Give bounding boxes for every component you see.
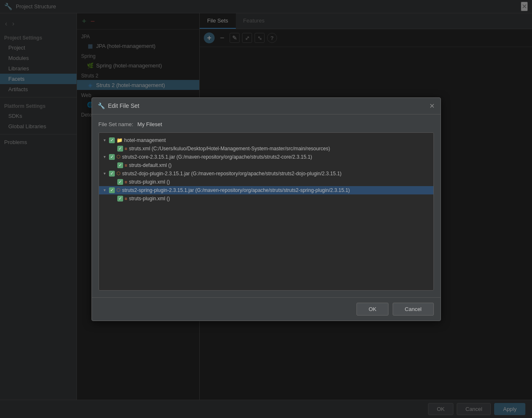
modal-ok-button[interactable]: OK	[356, 303, 388, 316]
tree-row[interactable]: ✓ ≡ struts-plugin.xml ()	[99, 178, 433, 186]
jar-icon: ⬡	[116, 154, 121, 159]
tree-row[interactable]: ✓ ≡ struts.xml (C:/Users/kuluo/Desktop/H…	[99, 144, 433, 153]
tree-row[interactable]: ✓ ≡ struts-plugin.xml ()	[99, 194, 433, 203]
tree-row[interactable]: ▾ ✓ 📁 hotel-management	[99, 136, 433, 144]
tree-item-label: struts-plugin.xml ()	[129, 196, 170, 202]
fileset-name-label: File Set name:	[99, 121, 134, 127]
chevron-icon: ▾	[102, 138, 107, 142]
tree-row-highlighted[interactable]: ▾ ✓ ⬡ struts2-spring-plugin-2.3.15.1.jar…	[99, 186, 433, 194]
tree-checkbox[interactable]: ✓	[117, 162, 123, 168]
modal-app-icon: 🔧	[98, 102, 105, 109]
tree-checkbox[interactable]: ✓	[117, 146, 123, 152]
tree-item-label: struts.xml (C:/Users/kuluo/Desktop/Hotel…	[129, 146, 330, 152]
tree-checkbox[interactable]: ✓	[109, 171, 115, 177]
modal-close-button[interactable]: ✕	[429, 102, 435, 110]
jar-icon: ⬡	[116, 187, 121, 193]
modal-body: File Set name: My Fileset ▾ ✓ 📁 hotel-ma…	[92, 114, 440, 297]
xml-icon: ≡	[125, 163, 127, 168]
tree-item-label: struts2-dojo-plugin-2.3.15.1.jar (G:/mav…	[122, 171, 342, 177]
tree-checkbox[interactable]: ✓	[117, 196, 123, 202]
tree-item-label: struts-plugin.xml ()	[129, 179, 170, 185]
tree-checkbox[interactable]: ✓	[109, 187, 115, 193]
xml-icon: ≡	[125, 179, 127, 184]
tree-checkbox[interactable]: ✓	[117, 179, 123, 185]
tree-row[interactable]: ▾ ✓ ⬡ struts2-core-2.3.15.1.jar (G:/mave…	[99, 153, 433, 161]
xml-icon: ≡	[125, 196, 127, 201]
tree-item-label: hotel-management	[124, 137, 166, 143]
modal-overlay: 🔧 Edit File Set ✕ File Set name: My File…	[0, 0, 532, 418]
fileset-name-row: File Set name: My Fileset	[99, 121, 434, 127]
modal-footer: OK Cancel	[92, 297, 440, 321]
modal-cancel-button[interactable]: Cancel	[393, 303, 433, 316]
chevron-icon: ▾	[102, 154, 107, 159]
edit-file-set-modal: 🔧 Edit File Set ✕ File Set name: My File…	[92, 97, 441, 321]
tree-item-label: struts-default.xml ()	[129, 162, 172, 168]
folder-icon: 📁	[116, 137, 123, 143]
file-tree[interactable]: ▾ ✓ 📁 hotel-management ✓ ≡ struts.xml (C…	[99, 132, 434, 291]
tree-checkbox[interactable]: ✓	[109, 154, 115, 160]
fileset-name-value: My Fileset	[137, 121, 162, 127]
modal-header: 🔧 Edit File Set ✕	[92, 98, 440, 114]
chevron-icon: ▾	[102, 188, 107, 192]
tree-row[interactable]: ✓ ≡ struts-default.xml ()	[99, 161, 433, 169]
tree-checkbox[interactable]: ✓	[109, 137, 115, 143]
tree-item-label: struts2-core-2.3.15.1.jar (G:/maven-repo…	[122, 154, 312, 160]
tree-item-label: struts2-spring-plugin-2.3.15.1.jar (G:/m…	[122, 187, 350, 193]
xml-icon: ≡	[125, 146, 127, 151]
jar-icon: ⬡	[116, 171, 121, 176]
chevron-icon: ▾	[102, 171, 107, 176]
modal-title: 🔧 Edit File Set	[98, 102, 139, 109]
tree-row[interactable]: ▾ ✓ ⬡ struts2-dojo-plugin-2.3.15.1.jar (…	[99, 169, 433, 178]
